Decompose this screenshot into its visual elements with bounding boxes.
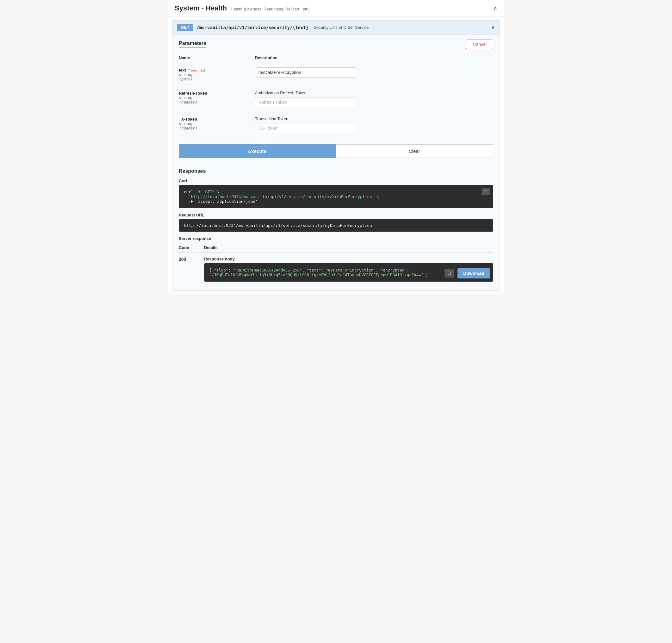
- request-url: http://localhost:9334/ms-vanilla/api/v1/…: [179, 219, 493, 232]
- param-required: * required: [188, 68, 205, 72]
- endpoint-section: GET /ms-vanilla/api/v1/service/security/…: [172, 20, 500, 291]
- page-title: System - Health: [175, 4, 227, 12]
- response-body-block: { "algo": "PBEWithHmacSHA512AndAES_256",…: [204, 263, 493, 282]
- params-title: Parameters: [179, 40, 206, 48]
- col-description: Description: [255, 53, 493, 63]
- param-location: (header): [179, 100, 251, 105]
- details-column: Details: [204, 243, 493, 253]
- table-row: TX-Token string (header) Transaction Tok…: [179, 112, 493, 138]
- param-description: Authorization Refresh Token: [255, 90, 489, 95]
- response-actions: ❐ Download: [444, 268, 490, 278]
- response-details-cell: Response body { "algo": "PBEWithHmacSHA5…: [204, 253, 493, 286]
- request-url-label: Request URL: [179, 213, 493, 217]
- param-description: Transaction Token: [255, 117, 489, 121]
- endpoint-path: /ms-vanilla/api/v1/service/security/{tex…: [196, 25, 308, 30]
- params-table: Name Description text * required string: [179, 53, 493, 138]
- copy-response-button[interactable]: ❐: [444, 269, 454, 278]
- params-header: Parameters Cancel: [179, 39, 493, 49]
- param-name: text: [179, 68, 186, 72]
- param-name-cell: text * required string (path): [179, 63, 255, 86]
- endpoint-collapse-icon[interactable]: ∧: [491, 24, 495, 31]
- page-subtitle: Health (Liveness, Readiness, ReStart.. e…: [231, 7, 309, 11]
- refresh-token-input[interactable]: [255, 97, 356, 107]
- responses-section: Responses Curl curl -X 'GET' \ 'http://l…: [172, 163, 500, 291]
- response-table: Code Details 200 Response body { "algo":…: [179, 243, 493, 286]
- table-row: Refresh-Token string (header) Authorizat…: [179, 86, 493, 112]
- col-name: Name: [179, 53, 255, 63]
- responses-title: Responses: [179, 168, 493, 174]
- method-badge: GET: [177, 24, 193, 31]
- params-section: Parameters Cancel Name Description tex: [172, 35, 500, 163]
- param-desc-cell: Authorization Refresh Token: [255, 86, 493, 112]
- page-header: System - Health Health (Liveness, Readin…: [168, 0, 504, 16]
- curl-block: Curl curl -X 'GET' \ 'http://localhost:9…: [179, 179, 493, 208]
- param-name: TX-Token: [179, 117, 197, 122]
- table-row: text * required string (path): [179, 63, 493, 86]
- param-type: string: [179, 72, 251, 77]
- param-type: string: [179, 96, 251, 100]
- param-location: (path): [179, 77, 251, 81]
- param-name-cell: Refresh-Token string (header): [179, 86, 255, 112]
- header-collapse-icon[interactable]: ∧: [493, 5, 497, 12]
- response-body-label: Response body: [204, 257, 493, 262]
- param-name-cell: TX-Token string (header): [179, 112, 255, 138]
- execute-button[interactable]: Execute: [179, 144, 336, 158]
- param-desc-cell: [255, 63, 493, 86]
- response-row: 200 Response body { "algo": "PBEWithHmac…: [179, 253, 493, 286]
- code-column: Code: [179, 243, 204, 253]
- curl-label: Curl: [179, 179, 493, 183]
- copy-curl-button[interactable]: ❐: [481, 188, 490, 195]
- cancel-button[interactable]: Cancel: [466, 39, 493, 49]
- endpoint-description: Security Utils of Order Service: [314, 25, 369, 30]
- endpoint-header: GET /ms-vanilla/api/v1/service/security/…: [172, 21, 500, 35]
- page-header-left: System - Health Health (Liveness, Readin…: [175, 4, 309, 12]
- param-name: Refresh-Token: [179, 91, 207, 96]
- text-input[interactable]: [255, 68, 356, 77]
- request-url-block: Request URL http://localhost:9334/ms-van…: [179, 213, 493, 232]
- curl-code: curl -X 'GET' \ 'http://localhost:9334/m…: [179, 185, 493, 208]
- param-location: (header): [179, 126, 251, 130]
- response-code: 200: [179, 253, 204, 286]
- tx-token-input[interactable]: [255, 123, 356, 133]
- endpoint-header-left: GET /ms-vanilla/api/v1/service/security/…: [177, 24, 369, 31]
- param-desc-cell: Transaction Token: [255, 112, 493, 138]
- clear-button[interactable]: Clear: [336, 144, 493, 158]
- param-type: string: [179, 122, 251, 126]
- server-response-label: Server response: [179, 236, 493, 241]
- action-buttons: Execute Clear: [179, 144, 493, 158]
- download-button[interactable]: Download: [457, 268, 490, 278]
